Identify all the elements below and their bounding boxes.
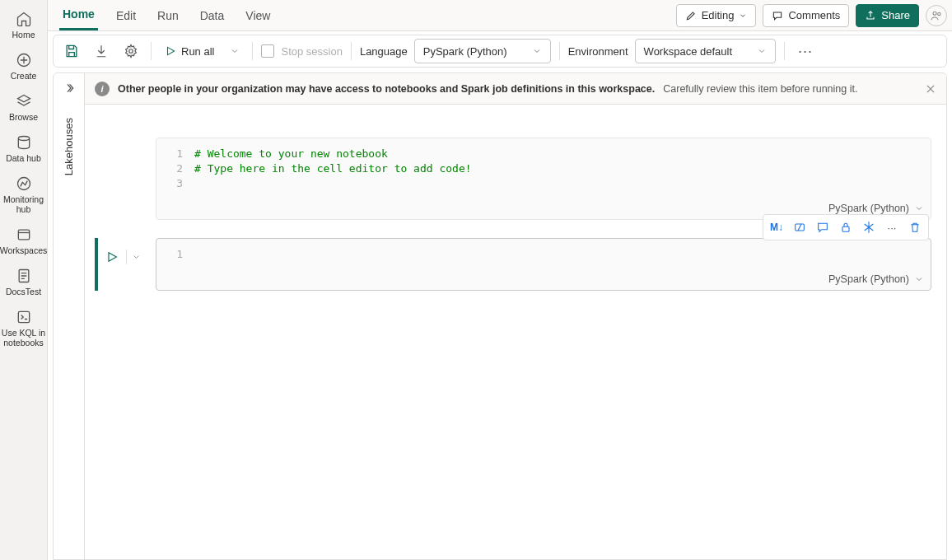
settings-icon[interactable] [119, 40, 142, 63]
cell-box: 1 2 3 # Welcome to your new notebook # T… [156, 138, 931, 220]
chevron-down-icon [739, 12, 747, 20]
share-label: Share [881, 9, 910, 21]
svg-point-1 [18, 137, 29, 141]
info-icon: i [95, 82, 110, 96]
nav-label: Monitoring hub [0, 194, 47, 214]
toggle-param-icon[interactable] [788, 217, 811, 238]
cell-footer: PySpark (Python) [156, 270, 931, 290]
comment-cell-icon[interactable] [811, 217, 834, 238]
close-banner-icon[interactable] [925, 83, 936, 95]
banner-bold: Other people in your organization may ha… [118, 83, 655, 95]
environment-label: Environment [568, 45, 628, 58]
cells-area: 1 2 3 # Welcome to your new notebook # T… [85, 105, 946, 559]
share-icon [865, 10, 876, 21]
chevron-down-icon[interactable] [914, 203, 924, 213]
editing-dropdown[interactable]: Editing [676, 4, 757, 27]
svg-point-6 [933, 12, 936, 15]
nav-datahub[interactable]: Data hub [0, 128, 47, 170]
stop-checkbox[interactable] [261, 44, 274, 58]
nav-docstest[interactable]: DocsTest [0, 262, 47, 303]
divider [151, 42, 152, 60]
stop-session-label: Stop session [281, 45, 342, 58]
info-banner: i Other people in your organization may … [85, 73, 946, 105]
nav-home[interactable]: Home [0, 5, 47, 46]
banner-rest: Carefully review this item before runnin… [663, 83, 857, 95]
tab-run[interactable]: Run [154, 1, 182, 30]
comments-button[interactable]: Comments [763, 4, 849, 27]
svg-rect-10 [842, 226, 849, 231]
nav-label: Data hub [6, 153, 41, 163]
nav-kql[interactable]: Use KQL in notebooks [0, 303, 47, 354]
tab-data[interactable]: Data [197, 1, 228, 30]
code-cell[interactable]: 1 2 3 # Welcome to your new notebook # T… [95, 138, 931, 220]
run-all-button[interactable]: Run all [160, 45, 219, 58]
monitor-icon [15, 175, 33, 193]
line-gutter: 1 2 3 [156, 147, 194, 191]
nav-label: DocsTest [6, 287, 41, 296]
download-icon[interactable] [90, 40, 113, 63]
markdown-convert-icon[interactable]: M↓ [765, 217, 788, 238]
svg-rect-3 [18, 230, 29, 240]
language-label: Language [360, 45, 408, 58]
lakehouses-label[interactable]: Lakehouses [63, 118, 75, 175]
editing-label: Editing [702, 9, 735, 21]
pencil-icon [685, 10, 697, 21]
environment-value: Workspace default [644, 45, 732, 58]
nav-rail: Home Create Browse Data hub Monitoring h… [0, 0, 48, 560]
run-all-dropdown[interactable] [226, 42, 244, 60]
tabs-bar: Home Edit Run Data View Editing Comments [48, 0, 952, 31]
nav-label: Use KQL in notebooks [0, 328, 47, 348]
nav-label: Home [12, 30, 35, 40]
expand-panel-icon[interactable] [63, 82, 76, 95]
code-line: # Welcome to your new notebook [194, 147, 931, 161]
chevron-down-icon [757, 46, 767, 56]
run-cell-dropdown-icon[interactable] [126, 250, 141, 264]
lakehouses-panel: Lakehouses [54, 73, 85, 559]
toolbar: Run all Stop session Language PySpark (P… [53, 35, 947, 68]
more-cell-icon[interactable]: ··· [880, 217, 903, 238]
save-icon[interactable] [60, 40, 83, 63]
nav-create[interactable]: Create [0, 46, 47, 87]
nav-label: Browse [9, 112, 38, 122]
nav-workspaces[interactable]: Workspaces [0, 221, 47, 262]
divider [351, 42, 352, 60]
code-cell[interactable]: M↓ [95, 238, 931, 291]
run-all-label: Run all [181, 45, 214, 58]
home-icon [15, 10, 33, 28]
nav-label: Create [11, 71, 37, 81]
comments-label: Comments [788, 9, 840, 21]
code-editor[interactable]: 1 2 3 # Welcome to your new notebook # T… [156, 138, 931, 199]
share-button[interactable]: Share [856, 4, 919, 27]
active-bar [95, 238, 98, 291]
cell-run-controls [103, 248, 141, 266]
tab-edit[interactable]: Edit [113, 1, 139, 30]
environment-dropdown[interactable]: Workspace default [635, 39, 776, 63]
cell-language-label[interactable]: PySpark (Python) [828, 273, 909, 285]
nav-browse[interactable]: Browse [0, 87, 47, 128]
content: i Other people in your organization may … [85, 73, 946, 559]
cell-language-label[interactable]: PySpark (Python) [828, 203, 909, 214]
run-cell-icon[interactable] [103, 248, 121, 266]
code-editor[interactable]: 1 [156, 239, 931, 270]
line-gutter: 1 [156, 247, 194, 262]
divider [784, 42, 785, 60]
more-icon[interactable]: ··· [793, 43, 818, 60]
profile-avatar[interactable] [926, 5, 947, 26]
main-area: Home Edit Run Data View Editing Comments [48, 0, 952, 560]
tab-view[interactable]: View [242, 1, 273, 30]
snowflake-icon[interactable] [857, 217, 880, 238]
language-dropdown[interactable]: PySpark (Python) [414, 39, 551, 63]
svg-point-7 [938, 12, 940, 15]
layers-icon [15, 92, 33, 110]
cell-toolbar: M↓ [763, 214, 929, 240]
language-value: PySpark (Python) [423, 45, 507, 58]
kql-icon [15, 308, 33, 326]
nav-monitoring[interactable]: Monitoring hub [0, 170, 47, 221]
nav-label: Workspaces [0, 245, 47, 255]
chevron-down-icon[interactable] [914, 274, 924, 284]
delete-cell-icon[interactable] [903, 217, 926, 238]
tab-home[interactable]: Home [59, 1, 98, 30]
doc-icon [15, 267, 33, 285]
lock-icon[interactable] [834, 217, 857, 238]
body-area: Lakehouses i Other people in your organi… [53, 72, 947, 560]
